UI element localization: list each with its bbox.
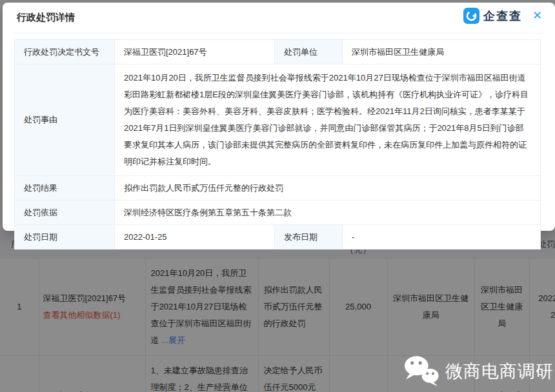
detail-row: 处罚事由 2021年10月20日，我所卫生监督员接到社会举报线索于2021年10… <box>15 64 541 176</box>
detail-row: 处罚日期 2022-01-25 发布日期 - <box>15 225 541 250</box>
detail-row: 行政处罚决定书文号 深福卫医罚[2021]67号 处罚单位 深圳市福田区卫生健康… <box>15 40 541 64</box>
field-label-reason: 处罚事由 <box>15 64 115 176</box>
field-value-unit: 深圳市福田区卫生健康局 <box>343 40 541 64</box>
penalty-detail-modal: 行政处罚详情 企查查 ✕ 行政处罚决定书文号 深福卫医罚[2021]67号 处罚… <box>3 3 555 231</box>
wechat-icon <box>404 355 440 388</box>
field-label-publish: 发布日期 <box>275 225 343 250</box>
field-value-doc-no: 深福卫医罚[2021]67号 <box>115 40 275 64</box>
field-value-basis: 深圳经济特区医疗条例第五章第五十条第二款 <box>115 201 541 225</box>
field-label-doc-no: 行政处罚决定书文号 <box>15 40 115 64</box>
watermark-text: 微商电商调研 <box>445 360 554 383</box>
brand-area: 企查查 ✕ <box>463 8 542 24</box>
detail-table: 行政处罚决定书文号 深福卫医罚[2021]67号 处罚单位 深圳市福田区卫生健康… <box>14 39 541 250</box>
modal-header: 行政处罚详情 企查查 ✕ <box>14 3 543 34</box>
field-value-reason: 2021年10月20日，我所卫生监督员接到社会举报线索于2021年10月27日现… <box>115 64 541 176</box>
detail-row: 处罚依据 深圳经济特区医疗条例第五章第五十条第二款 <box>15 201 541 225</box>
watermark: 微商电商调研 <box>404 355 554 388</box>
close-icon[interactable]: ✕ <box>532 8 542 24</box>
field-label-date: 处罚日期 <box>15 225 115 250</box>
detail-row: 处罚结果 拟作出罚款人民币贰万伍仟元整的行政处罚 <box>15 176 541 201</box>
field-value-publish: - <box>343 225 541 250</box>
field-label-basis: 处罚依据 <box>15 201 115 225</box>
page-title: 行政处罚详情 <box>17 12 75 24</box>
qichacha-logo-text: 企查查 <box>483 8 522 24</box>
field-label-result: 处罚结果 <box>15 176 115 201</box>
field-value-result: 拟作出罚款人民币贰万伍仟元整的行政处罚 <box>115 176 541 201</box>
field-label-unit: 处罚单位 <box>275 40 343 64</box>
qichacha-logo-icon <box>463 8 479 24</box>
field-value-date: 2022-01-25 <box>115 225 275 250</box>
